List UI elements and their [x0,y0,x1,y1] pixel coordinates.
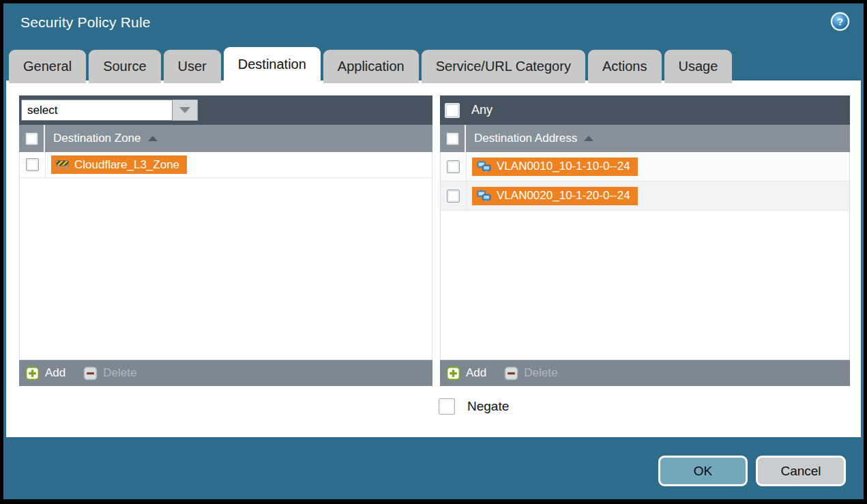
tab-bar: General Source User Destination Applicat… [9,47,732,83]
address-row[interactable]: VLAN0020_10-1-20-0--24 [441,181,849,211]
tab-general[interactable]: General [9,50,86,83]
address-chip[interactable]: VLAN0010_10-1-10-0--24 [472,158,638,176]
address-icon [477,161,491,173]
chevron-down-icon [179,107,190,113]
tab-destination[interactable]: Destination [224,47,321,83]
address-panel-footer: Add Delete [440,360,850,386]
address-row-checkbox[interactable] [447,190,460,203]
sort-ascending-icon [148,136,158,141]
tab-source[interactable]: Source [89,50,160,83]
minus-icon [83,366,98,381]
zone-row-checkbox[interactable] [26,158,39,171]
destination-tab-content: Destination Zone [6,80,861,437]
zone-list: Cloudflare_L3_Zone [19,152,432,360]
address-list: VLAN0010_10-1-10-0--24 [440,152,850,360]
destination-zone-panel: Destination Zone [19,95,432,386]
any-checkbox[interactable] [445,103,460,118]
address-row[interactable]: VLAN0010_10-1-10-0--24 [441,152,849,181]
address-column-header: Destination Address [440,125,850,152]
zone-panel-footer: Add Delete [19,360,432,386]
zone-column-header: Destination Zone [19,125,432,152]
svg-text:?: ? [837,16,843,27]
address-chip[interactable]: VLAN0020_10-1-20-0--24 [472,187,638,205]
address-chip-label: VLAN0020_10-1-20-0--24 [497,189,630,203]
zone-select-dropdown-button[interactable] [173,100,198,121]
zone-panel-toolbar [19,95,432,125]
any-label: Any [471,103,493,117]
address-row-checkbox[interactable] [447,160,460,173]
sort-ascending-icon [584,136,593,141]
address-add-button[interactable]: Add [446,366,486,381]
plus-icon [446,366,460,381]
zone-select-input[interactable] [21,100,173,121]
help-icon[interactable]: ? [830,12,850,31]
ok-button[interactable]: OK [658,456,748,486]
zone-chip-label: Cloudflare_L3_Zone [74,158,179,172]
address-column-title[interactable]: Destination Address [466,125,593,152]
destination-address-panel: Any Destination Address [440,95,850,386]
address-icon [477,190,491,202]
tab-application[interactable]: Application [323,50,419,83]
plus-icon [25,366,40,381]
tab-usage[interactable]: Usage [664,50,733,83]
tab-service-url-category[interactable]: Service/URL Category [422,50,585,83]
zone-row[interactable]: Cloudflare_L3_Zone [20,152,432,178]
negate-checkbox[interactable] [439,398,455,415]
zone-chip[interactable]: Cloudflare_L3_Zone [51,155,187,174]
tab-user[interactable]: User [164,50,221,83]
zone-delete-button[interactable]: Delete [83,366,136,381]
dialog-title: Security Policy Rule [20,14,151,31]
negate-label: Negate [467,399,509,414]
tab-actions[interactable]: Actions [588,50,662,83]
zone-add-button[interactable]: Add [25,366,65,381]
zone-select-all-checkbox[interactable] [25,132,38,145]
minus-icon [504,366,518,381]
address-delete-button[interactable]: Delete [504,366,557,381]
security-policy-rule-dialog: Security Policy Rule ? General Source Us… [3,3,864,499]
zone-column-title[interactable]: Destination Zone [45,125,158,152]
negate-option: Negate [439,398,509,415]
zone-icon [56,159,69,171]
address-panel-toolbar: Any [440,95,850,125]
address-chip-label: VLAN0010_10-1-10-0--24 [497,160,630,173]
address-select-all-checkbox[interactable] [446,132,459,145]
cancel-button[interactable]: Cancel [756,456,846,486]
